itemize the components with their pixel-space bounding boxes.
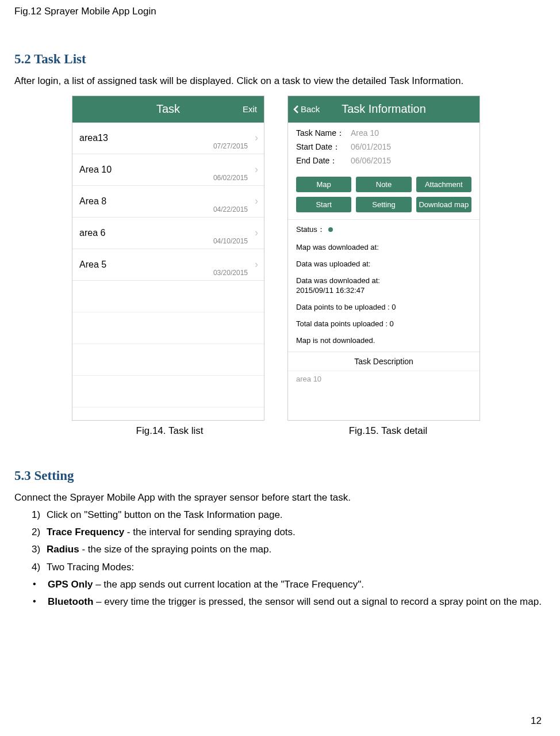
figure-caption-14: Fig.14. Task list: [72, 425, 267, 437]
start-date-value: 06/01/2015: [351, 142, 391, 152]
back-button[interactable]: Back: [293, 104, 320, 114]
task-list-header: Task Exit: [72, 96, 264, 123]
task-list-title: Task: [156, 102, 180, 116]
exit-link[interactable]: Exit: [243, 104, 257, 114]
task-description-header: Task Description: [288, 352, 480, 371]
task-description-body: area 10: [288, 371, 480, 387]
map-not-downloaded-line: Map is not downloaded.: [296, 336, 471, 345]
start-button[interactable]: Start: [296, 197, 351, 212]
chevron-right-icon: ›: [255, 227, 258, 239]
task-info-screenshot: Back Task Information Task Name：Area 10 …: [287, 96, 480, 421]
task-row-date: 03/20/2015: [213, 269, 248, 277]
task-list-screenshot: Task Exit area1307/27/2015›Area 1006/02/…: [72, 96, 264, 421]
task-row-date: 06/02/2015: [213, 174, 248, 182]
task-row[interactable]: Area 503/20/2015›: [72, 249, 264, 281]
step-2: 2)Trace Frequency - the interval for sen…: [32, 524, 546, 540]
to-upload-line: Data points to be uploaded : 0: [296, 303, 471, 311]
setting-button[interactable]: Setting: [356, 197, 411, 212]
tracing-modes-list: GPS Only – the app sends out current loc…: [33, 577, 546, 609]
attachment-button[interactable]: Attachment: [416, 177, 471, 192]
task-row-name: area13: [79, 133, 108, 143]
status-label: Status：: [296, 225, 325, 234]
status-dot-icon: [328, 227, 333, 232]
note-button[interactable]: Note: [356, 177, 411, 192]
data-uploaded-line: Data was uploaded at:: [296, 260, 471, 268]
task-row[interactable]: Area 1006/02/2015›: [72, 154, 264, 186]
download-map-button[interactable]: Download map: [416, 197, 471, 212]
task-row-date: 07/27/2015: [213, 142, 248, 150]
intro-5-3: Connect the Sprayer Mobile App with the …: [14, 490, 546, 505]
task-row-date: 04/10/2015: [213, 237, 248, 245]
intro-5-2: After login, a list of assigned task wil…: [14, 74, 546, 89]
map-downloaded-line: Map was downloaded at:: [296, 243, 471, 251]
figures-row: Task Exit area1307/27/2015›Area 1006/02/…: [72, 96, 546, 421]
setting-steps-list: 1)Click on "Setting" button on the Task …: [32, 507, 546, 575]
task-info-title: Task Information: [342, 102, 426, 116]
task-info-header: Back Task Information: [288, 96, 480, 123]
end-date-value: 06/06/2015: [351, 156, 391, 166]
end-date-label: End Date：: [296, 156, 351, 166]
data-downloaded-time: 2015/09/11 16:32:47: [296, 286, 471, 295]
task-row-name: Area 5: [79, 260, 106, 270]
mode-bluetooth: Bluetooth – every time the trigger is pr…: [33, 594, 546, 609]
task-row[interactable]: Area 804/22/2015›: [72, 186, 264, 218]
step-3: 3)Radius - the size of the spraying poin…: [32, 541, 546, 557]
task-row-date: 04/22/2015: [213, 205, 248, 213]
step-4: 4)Two Tracing Modes:: [32, 559, 546, 575]
task-row-name: area 6: [79, 228, 105, 238]
data-downloaded-label: Data was downloaded at:: [296, 276, 471, 285]
heading-5-3: 5.3 Setting: [14, 468, 546, 483]
chevron-right-icon: ›: [255, 132, 258, 144]
task-row-name: Area 8: [79, 196, 106, 207]
task-name-label: Task Name：: [296, 128, 351, 139]
chevron-left-icon: [293, 105, 300, 114]
chevron-right-icon: ›: [255, 195, 258, 207]
task-row[interactable]: area1307/27/2015›: [72, 123, 264, 154]
task-name-value: Area 10: [351, 128, 379, 139]
mode-gps: GPS Only – the app sends out current loc…: [33, 577, 546, 592]
task-row-name: Area 10: [79, 165, 112, 175]
map-button[interactable]: Map: [296, 177, 351, 192]
heading-5-2: 5.2 Task List: [14, 52, 546, 67]
start-date-label: Start Date：: [296, 142, 351, 152]
back-label: Back: [301, 104, 320, 114]
step-1: 1)Click on "Setting" button on the Task …: [32, 507, 546, 523]
figure-caption-15: Fig.15. Task detail: [290, 425, 486, 437]
chevron-right-icon: ›: [255, 258, 258, 270]
figure-caption-12: Fig.12 Sprayer Mobile App Login: [14, 6, 546, 17]
task-row[interactable]: area 604/10/2015›: [72, 218, 264, 249]
total-uploaded-line: Total data points uploaded : 0: [296, 319, 471, 328]
chevron-right-icon: ›: [255, 163, 258, 176]
